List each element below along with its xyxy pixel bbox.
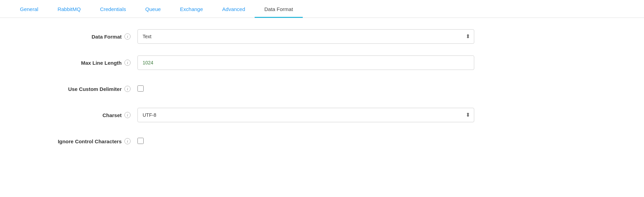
max-line-length-label: Max Line Length i <box>21 60 137 66</box>
tab-advanced[interactable]: Advanced <box>213 0 255 18</box>
data-format-label: Data Format i <box>21 33 137 40</box>
max-line-length-input[interactable] <box>137 55 474 70</box>
ignore-control-characters-row: Ignore Control Characters i <box>21 133 623 149</box>
page-container: General RabbitMQ Credentials Queue Excha… <box>0 0 644 197</box>
tab-rabbitmq[interactable]: RabbitMQ <box>48 0 90 18</box>
use-custom-delimiter-row: Use Custom Delimiter i <box>21 81 623 97</box>
use-custom-delimiter-control <box>137 85 474 93</box>
ignore-control-characters-label: Ignore Control Characters i <box>21 138 137 144</box>
tabs-bar: General RabbitMQ Credentials Queue Excha… <box>0 0 644 18</box>
charset-label: Charset i <box>21 112 137 118</box>
data-format-info-icon[interactable]: i <box>124 33 131 40</box>
max-line-length-control <box>137 55 474 70</box>
charset-select[interactable]: UTF-8 UTF-16 ISO-8859-1 ASCII <box>137 108 474 122</box>
tab-data-format[interactable]: Data Format <box>255 0 302 18</box>
data-format-select[interactable]: Text JSON XML Binary <box>137 29 474 44</box>
ignore-control-characters-control <box>137 138 474 145</box>
charset-select-wrapper: UTF-8 UTF-16 ISO-8859-1 ASCII ⬍ <box>137 108 474 122</box>
tab-general[interactable]: General <box>10 0 48 18</box>
tab-exchange[interactable]: Exchange <box>170 0 213 18</box>
data-format-select-wrapper: Text JSON XML Binary ⬍ <box>137 29 474 44</box>
max-line-length-info-icon[interactable]: i <box>124 60 131 66</box>
data-format-row: Data Format i Text JSON XML Binary ⬍ <box>21 28 623 45</box>
content-area: Data Format i Text JSON XML Binary ⬍ Max… <box>0 18 644 169</box>
tab-queue[interactable]: Queue <box>136 0 170 18</box>
max-line-length-row: Max Line Length i <box>21 54 623 71</box>
charset-row: Charset i UTF-8 UTF-16 ISO-8859-1 ASCII … <box>21 107 623 123</box>
tab-credentials[interactable]: Credentials <box>90 0 136 18</box>
ignore-control-characters-info-icon[interactable]: i <box>124 138 131 144</box>
charset-info-icon[interactable]: i <box>124 112 131 118</box>
use-custom-delimiter-checkbox[interactable] <box>137 85 144 92</box>
use-custom-delimiter-label: Use Custom Delimiter i <box>21 86 137 92</box>
charset-control: UTF-8 UTF-16 ISO-8859-1 ASCII ⬍ <box>137 108 474 122</box>
use-custom-delimiter-info-icon[interactable]: i <box>124 86 131 92</box>
ignore-control-characters-checkbox[interactable] <box>137 138 144 144</box>
data-format-control: Text JSON XML Binary ⬍ <box>137 29 474 44</box>
